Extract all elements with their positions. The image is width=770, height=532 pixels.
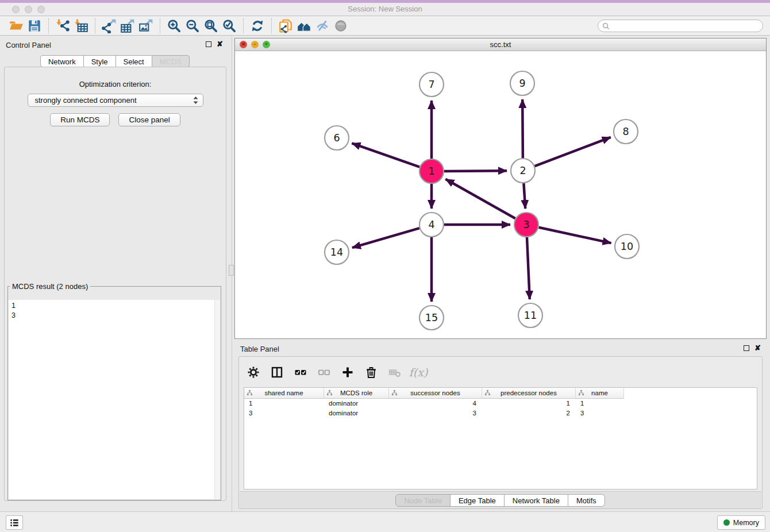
- graph-edge-3-10[interactable]: [539, 228, 611, 243]
- menu-list-icon: [9, 517, 20, 529]
- table-tabbar: Node TableEdge TableNetwork TableMotifs: [240, 491, 761, 508]
- graph-edge-2-3[interactable]: [523, 183, 525, 209]
- export-image-button[interactable]: [137, 18, 155, 34]
- toolbar-separator: [95, 18, 95, 33]
- column-header-name[interactable]: name: [576, 388, 624, 399]
- graph-edge-1-2[interactable]: [444, 171, 507, 171]
- table-row[interactable]: 1dominator411: [244, 399, 757, 408]
- run-mcds-button[interactable]: Run MCDS: [50, 113, 110, 126]
- result-scrollbar[interactable]: [214, 300, 220, 499]
- export-network-button[interactable]: [100, 18, 118, 34]
- search-box[interactable]: [598, 20, 763, 32]
- graph-node-8[interactable]: 8: [614, 119, 638, 144]
- refresh-icon: [250, 18, 265, 33]
- tab-mcds[interactable]: MCDS: [152, 55, 190, 67]
- tab-motifs[interactable]: Motifs: [568, 494, 605, 507]
- graph-node-1[interactable]: 1: [419, 159, 444, 183]
- columns-button[interactable]: [270, 365, 284, 380]
- svg-text:10: 10: [621, 241, 633, 252]
- column-tree-icon: [484, 390, 491, 396]
- graph-edge-4-14[interactable]: [352, 228, 419, 248]
- home-icon: [297, 18, 311, 33]
- zoom-out-button[interactable]: [183, 18, 202, 34]
- show-details-button[interactable]: [332, 18, 350, 34]
- mcds-result-list: 13: [9, 300, 220, 499]
- table-cell[interactable]: 3: [244, 408, 324, 418]
- hide-details-icon: [315, 18, 330, 33]
- tab-network-table[interactable]: Network Table: [504, 494, 568, 507]
- home-button[interactable]: [295, 18, 313, 34]
- tab-edge-table[interactable]: Edge Table: [450, 494, 505, 507]
- zoom-in-button[interactable]: [165, 18, 183, 34]
- control-panel-close-icon[interactable]: ✘: [217, 41, 223, 47]
- table-cell[interactable]: 1: [482, 399, 576, 408]
- graph-node-15[interactable]: 15: [419, 306, 444, 330]
- table-cell[interactable]: 3: [389, 408, 482, 418]
- delete-row-button[interactable]: [364, 365, 379, 380]
- settings-gear-button[interactable]: [246, 365, 261, 380]
- table-cell[interactable]: 4: [389, 399, 482, 408]
- table-cell[interactable]: dominator: [324, 408, 389, 418]
- graph-node-6[interactable]: 6: [325, 126, 349, 150]
- refresh-button[interactable]: [248, 18, 267, 34]
- column-header-MCDS-role[interactable]: MCDS role: [324, 388, 389, 399]
- graph-edge-3-11[interactable]: [527, 237, 530, 299]
- task-history-button[interactable]: [6, 515, 23, 530]
- table-row[interactable]: 3dominator323: [244, 408, 757, 418]
- clone-network-button[interactable]: [276, 18, 295, 34]
- column-header-shared-name[interactable]: shared name: [244, 388, 324, 399]
- hide-details-button[interactable]: [313, 18, 332, 34]
- close-panel-button[interactable]: Close panel: [118, 113, 180, 126]
- table-cell[interactable]: 2: [482, 408, 576, 418]
- zoom-selected-button[interactable]: [220, 18, 238, 34]
- tab-style[interactable]: Style: [83, 55, 116, 67]
- save-icon: [27, 18, 42, 33]
- search-input[interactable]: [612, 21, 763, 31]
- table-cell[interactable]: dominator: [324, 399, 389, 408]
- table-cell[interactable]: 1: [244, 399, 324, 408]
- criterion-dropdown[interactable]: strongly connected component: [28, 94, 203, 107]
- deselect-all-button[interactable]: [317, 365, 332, 380]
- graph-node-11[interactable]: 11: [518, 303, 542, 327]
- tab-network[interactable]: Network: [40, 55, 84, 67]
- graph-edge-1-6[interactable]: [352, 143, 419, 167]
- network-canvas[interactable]: 7968124314101511: [235, 51, 766, 341]
- column-header-successor-nodes[interactable]: successor nodes: [389, 388, 482, 399]
- graph-node-14[interactable]: 14: [325, 240, 349, 264]
- graph-node-7[interactable]: 7: [419, 72, 444, 97]
- table-cell[interactable]: 3: [576, 408, 624, 418]
- tab-node-table[interactable]: Node Table: [395, 494, 451, 507]
- graph-svg: 7968124314101511: [235, 51, 766, 338]
- panel-divider-grip[interactable]: [229, 265, 234, 276]
- network-window-titlebar[interactable]: ✕ − + scc.txt: [235, 38, 766, 51]
- graph-edge-2-8[interactable]: [535, 137, 611, 166]
- export-table-button[interactable]: [118, 18, 137, 34]
- graph-node-9[interactable]: 9: [510, 71, 534, 95]
- column-header-predecessor-nodes[interactable]: predecessor nodes: [482, 388, 576, 399]
- column-label: predecessor nodes: [500, 390, 557, 396]
- table-toolbar: f(x): [246, 361, 426, 383]
- node-table: shared nameMCDS rolesuccessor nodesprede…: [244, 387, 757, 489]
- graph-node-10[interactable]: 10: [615, 234, 639, 259]
- zoom-fit-button[interactable]: [202, 18, 220, 34]
- control-panel-float-icon[interactable]: [206, 41, 211, 47]
- graph-node-4[interactable]: 4: [419, 213, 444, 237]
- graph-node-2[interactable]: 2: [511, 159, 535, 183]
- graph-edge-3-1[interactable]: [445, 179, 515, 219]
- control-panel-tabbar: NetworkStyleSelectMCDS: [0, 55, 230, 67]
- import-table-button[interactable]: [72, 18, 90, 34]
- table-panel-close-icon[interactable]: ✘: [754, 345, 761, 351]
- table-cell[interactable]: 1: [576, 399, 624, 408]
- open-folder-button[interactable]: [7, 18, 25, 34]
- add-row-button[interactable]: [340, 365, 355, 380]
- deselect-all-icon: [317, 365, 331, 379]
- save-button[interactable]: [25, 18, 44, 34]
- memory-button[interactable]: Memory: [717, 515, 765, 530]
- table-panel-float-icon[interactable]: [744, 345, 749, 351]
- column-label: shared name: [264, 390, 303, 396]
- import-network-button[interactable]: [53, 18, 72, 34]
- graph-edge-2-9[interactable]: [522, 99, 523, 158]
- tab-select[interactable]: Select: [116, 55, 152, 67]
- graph-node-3[interactable]: 3: [514, 213, 538, 237]
- select-all-button[interactable]: [293, 365, 308, 380]
